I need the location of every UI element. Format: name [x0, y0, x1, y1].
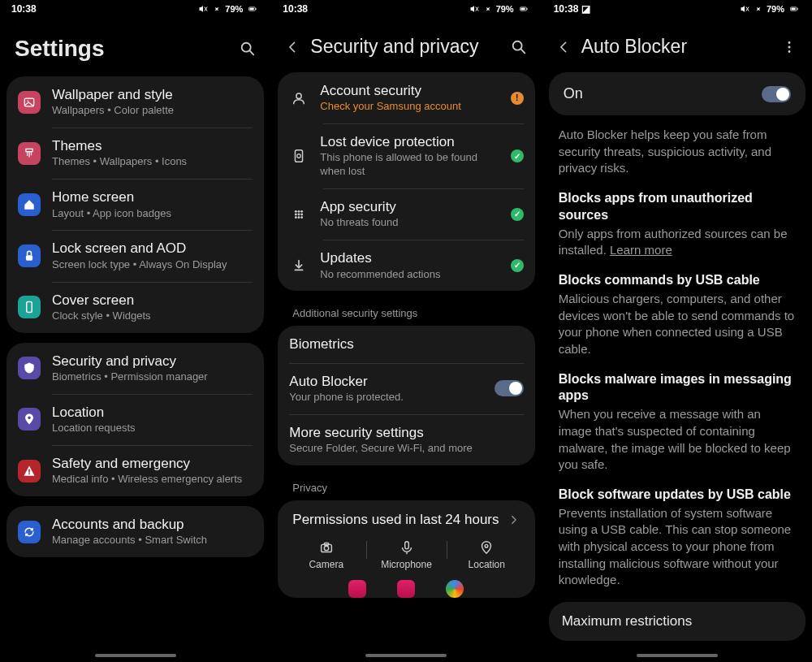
- feature-description: Blocks malware images in messaging appsW…: [542, 371, 812, 487]
- app-icon: [397, 580, 415, 598]
- status-right: 79%: [739, 3, 801, 15]
- header: Security and privacy: [271, 18, 541, 72]
- settings-item[interactable]: Location Location requests: [6, 394, 264, 445]
- header: Settings: [0, 18, 270, 76]
- status-ok-icon: ✓: [511, 259, 524, 272]
- airplane-icon: [754, 4, 763, 14]
- volume-mute-icon: [469, 3, 480, 15]
- header: Auto Blocker: [542, 18, 812, 72]
- toggle-switch[interactable]: [495, 380, 524, 396]
- status-ok-icon: ✓: [511, 208, 524, 221]
- grid-icon: [289, 205, 309, 224]
- security-setting-item[interactable]: More security settings Secure Folder, Se…: [278, 414, 534, 465]
- settings-item[interactable]: Home screen Layout • App icon badges: [6, 179, 264, 230]
- settings-item[interactable]: Lock screen and AOD Screen lock type • A…: [6, 230, 264, 281]
- more-button[interactable]: [781, 39, 797, 55]
- master-toggle-card[interactable]: On: [549, 72, 806, 115]
- page-title: Security and privacy: [310, 36, 500, 58]
- shield-icon: [18, 357, 41, 379]
- image-icon: [18, 91, 41, 114]
- permissions-title: Permissions used in last 24 hours: [292, 512, 499, 528]
- camera-icon: [318, 539, 335, 556]
- feature-description: Blocks commands by USB cableMalicious ch…: [542, 272, 812, 371]
- permission-item[interactable]: Microphone: [366, 539, 447, 570]
- lock-icon: [18, 244, 41, 267]
- settings-item[interactable]: Wallpaper and style Wallpapers • Color p…: [6, 76, 264, 128]
- download-icon: [289, 256, 309, 275]
- airplane-icon: [212, 4, 222, 14]
- status-time: 10:38: [283, 3, 308, 15]
- alert-icon: [18, 460, 41, 482]
- security-item[interactable]: App security No threats found ✓: [278, 188, 534, 240]
- settings-item[interactable]: Security and privacy Biometrics • Permis…: [6, 343, 264, 394]
- screen-settings: 10:38 79% Settings Wallpaper and style W…: [0, 0, 270, 662]
- battery-icon: [246, 4, 259, 14]
- phone-icon: [18, 296, 41, 318]
- sync-icon: [18, 521, 41, 543]
- settings-item[interactable]: Accounts and backup Manage accounts • Sm…: [6, 506, 264, 557]
- nav-bar[interactable]: [542, 652, 812, 662]
- security-setting-item[interactable]: Biometrics: [278, 326, 534, 362]
- security-setting-item[interactable]: Auto Blocker Your phone is protected.: [278, 363, 534, 414]
- settings-item[interactable]: Safety and emergency Medical info • Wire…: [6, 445, 264, 496]
- pin-icon: [478, 539, 495, 556]
- status-bar: 10:38 79%: [0, 0, 270, 18]
- feature-description: Block software updates by USB cablePreve…: [542, 487, 812, 602]
- back-button[interactable]: [557, 39, 572, 55]
- section-label: Privacy: [278, 475, 534, 500]
- search-button[interactable]: [240, 41, 256, 57]
- security-item[interactable]: Account security Check your Samsung acco…: [278, 72, 534, 123]
- permissions-card[interactable]: Permissions used in last 24 hours Camera…: [278, 500, 534, 598]
- status-ok-icon: ✓: [511, 149, 524, 162]
- page-title: Settings: [15, 36, 230, 62]
- page-title: Auto Blocker: [581, 36, 771, 58]
- settings-list[interactable]: Wallpaper and style Wallpapers • Color p…: [0, 76, 270, 652]
- maximum-restrictions-row[interactable]: Maximum restrictions: [549, 602, 806, 641]
- status-warn-icon: !: [511, 92, 524, 105]
- feature-description: Blocks apps from unauthorized sourcesOnl…: [542, 190, 812, 272]
- volume-mute-icon: [197, 3, 209, 15]
- brush-icon: [18, 142, 41, 165]
- battery-icon: [517, 4, 530, 14]
- status-time: 10:38: [11, 3, 37, 15]
- nav-bar[interactable]: [271, 652, 541, 662]
- autoblocker-content[interactable]: Auto Blocker helps keep you safe from se…: [542, 127, 812, 652]
- intro-text: Auto Blocker helps keep you safe from se…: [542, 127, 812, 190]
- settings-item[interactable]: Cover screen Clock style • Widgets: [6, 282, 264, 333]
- screen-security: 10:38 79% Security and privacy Account s…: [270, 0, 541, 662]
- status-time: 10:38 ◪: [554, 3, 590, 15]
- section-label: Additional security settings: [278, 301, 534, 326]
- app-icon: [446, 580, 464, 598]
- status-bar: 10:38 79%: [271, 0, 541, 18]
- airplane-icon: [483, 4, 493, 14]
- settings-item[interactable]: Themes Themes • Wallpapers • Icons: [6, 128, 264, 179]
- permission-item[interactable]: Camera: [286, 539, 366, 570]
- home-icon: [18, 193, 41, 216]
- status-right: 79%: [197, 3, 259, 15]
- nav-bar[interactable]: [0, 652, 270, 662]
- pin-icon: [18, 408, 41, 431]
- volume-mute-icon: [739, 3, 750, 15]
- toggle-switch[interactable]: [762, 86, 791, 102]
- search-button[interactable]: [511, 39, 527, 55]
- app-icon: [348, 580, 366, 598]
- screen-autoblocker: 10:38 ◪ 79% Auto Blocker On Auto Blocker…: [542, 0, 812, 662]
- status-right: 79%: [469, 3, 530, 15]
- mic-icon: [399, 539, 415, 556]
- user-icon: [289, 89, 309, 108]
- permission-item[interactable]: Location: [447, 539, 527, 570]
- on-label: On: [564, 85, 583, 102]
- learn-more-link[interactable]: Learn more: [610, 243, 672, 257]
- security-item[interactable]: Lost device protection This phone is all…: [278, 123, 534, 188]
- back-button[interactable]: [286, 39, 300, 55]
- battery-icon: [788, 4, 801, 14]
- chevron-right-icon: [508, 513, 520, 527]
- security-item[interactable]: Updates No recommended actions ✓: [278, 240, 534, 291]
- status-bar: 10:38 ◪ 79%: [542, 0, 812, 18]
- security-content[interactable]: Account security Check your Samsung acco…: [271, 72, 541, 652]
- phonefind-icon: [289, 146, 309, 166]
- recent-apps: [278, 578, 534, 598]
